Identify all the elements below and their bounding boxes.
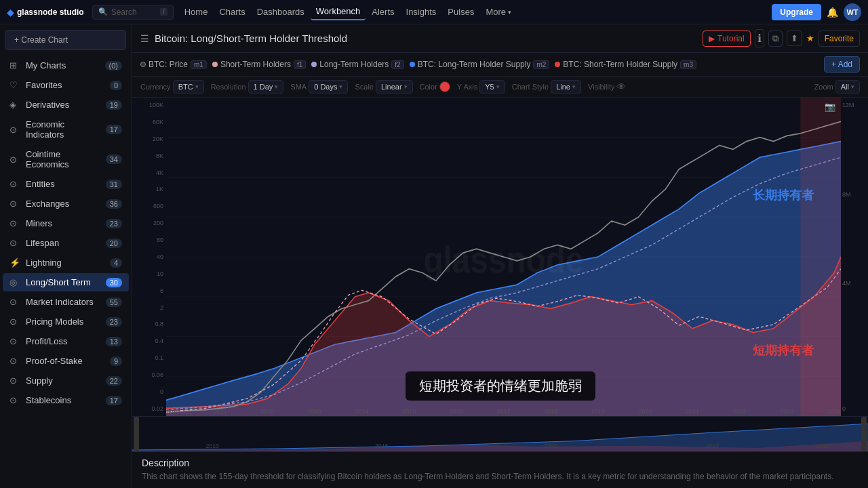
sidebar-item-pos[interactable]: ⊙ Proof-of-Stake 9 bbox=[3, 352, 129, 370]
sidebar-item-favorites[interactable]: ♡ Favorites 0 bbox=[3, 76, 129, 94]
tutorial-button[interactable]: ▶ Tutorial bbox=[703, 30, 751, 47]
avatar[interactable]: WT bbox=[844, 3, 861, 21]
sidebar-label-my-charts: My Charts bbox=[26, 60, 100, 70]
sidebar-item-market[interactable]: ⊙ Market Indicators 55 bbox=[3, 293, 129, 311]
derivatives-icon: ◈ bbox=[9, 100, 20, 110]
yaxis-label: Y Axis bbox=[457, 83, 477, 91]
nav-insights[interactable]: Insights bbox=[401, 4, 442, 20]
legend-item-long-holders[interactable]: Long-Term Holders f2 bbox=[311, 60, 403, 69]
sidebar-count-profitloss: 13 bbox=[106, 337, 122, 346]
notification-icon[interactable]: 🔔 bbox=[827, 7, 838, 18]
yaxis-r-spacer13: · bbox=[842, 369, 867, 376]
zoom-label: Zoom bbox=[814, 83, 833, 91]
sidebar-item-economic[interactable]: ⊙ Economic Indicators 17 bbox=[3, 115, 129, 144]
xaxis-2024: 2024 bbox=[827, 408, 841, 415]
sidebar-item-derivatives[interactable]: ◈ Derivatives 19 bbox=[3, 96, 129, 114]
sma-select[interactable]: 0 Days ▾ bbox=[309, 80, 348, 94]
sidebar-item-my-charts[interactable]: ⊞ My Charts (0) bbox=[3, 56, 129, 75]
yaxis-label-80: 80 bbox=[135, 237, 163, 243]
nav-alerts[interactable]: Alerts bbox=[366, 4, 399, 20]
yaxis-r-spacer1: · bbox=[842, 119, 867, 126]
nav-more[interactable]: More▾ bbox=[480, 4, 517, 20]
grid-icon: ⊞ bbox=[9, 60, 20, 70]
legend-item-short-holders[interactable]: Short-Term Holders f1 bbox=[212, 60, 306, 69]
legend-item-price[interactable]: BTC: Price m1 bbox=[140, 60, 207, 69]
mini-slider-left[interactable] bbox=[134, 417, 139, 451]
sidebar-count-cointime: 34 bbox=[106, 155, 122, 164]
yaxis-select[interactable]: Y5 ▾ bbox=[479, 80, 505, 94]
sidebar-item-supply[interactable]: ⊙ Supply 22 bbox=[3, 371, 129, 390]
add-button[interactable]: + Add bbox=[824, 56, 860, 73]
sidebar-item-cointime[interactable]: ⊙ Cointime Economics 34 bbox=[3, 145, 129, 174]
sidebar-item-longshort[interactable]: ◎ Long/Short Term 30 bbox=[3, 273, 129, 291]
yaxis-label-20k: 20K bbox=[135, 136, 163, 142]
sidebar-item-lightning[interactable]: ⚡ Lightning 4 bbox=[3, 253, 129, 272]
yaxis-r-4m: 4M bbox=[842, 280, 867, 287]
upgrade-button[interactable]: Upgrade bbox=[772, 4, 821, 20]
sidebar-label-lightning: Lightning bbox=[26, 258, 104, 268]
sidebar-label-market: Market Indicators bbox=[26, 297, 100, 307]
xaxis-2016: 2016 bbox=[450, 408, 463, 415]
logo[interactable]: ◆ glassnode studio bbox=[7, 7, 84, 18]
nav-pulses[interactable]: Pulses bbox=[442, 4, 479, 20]
star-icon: ★ bbox=[806, 33, 814, 43]
yaxis-label-002: 0.02 bbox=[135, 405, 163, 412]
yaxis-r-spacer11: · bbox=[842, 333, 867, 340]
stablecoins-icon: ⊙ bbox=[9, 395, 20, 405]
sidebar-item-exchanges[interactable]: ⊙ Exchanges 36 bbox=[3, 195, 129, 213]
price-tag: m1 bbox=[191, 60, 207, 69]
screenshot-icon[interactable]: 📷 bbox=[825, 102, 835, 112]
color-circle[interactable] bbox=[439, 81, 450, 92]
mini-slider-right[interactable] bbox=[861, 417, 867, 451]
legend-item-sth-supply[interactable]: BTC: Short-Term Holder Supply m3 bbox=[555, 60, 696, 69]
yaxis-r-spacer10: · bbox=[842, 316, 867, 323]
longshort-icon: ◎ bbox=[9, 277, 20, 287]
yaxis-label-006: 0.06 bbox=[135, 371, 163, 378]
scale-select[interactable]: Linear ▾ bbox=[376, 80, 413, 94]
nav-home[interactable]: Home bbox=[179, 4, 214, 20]
mini-chart[interactable]: 2010 2016 2020 2022 2024 bbox=[132, 416, 868, 451]
sidebar-toggle[interactable]: ☰ bbox=[140, 33, 149, 44]
sidebar-label-supply: Supply bbox=[26, 375, 100, 386]
sidebar-item-stablecoins[interactable]: ⊙ Stablecoins 17 bbox=[3, 391, 129, 409]
sidebar-item-pricing[interactable]: ⊙ Pricing Models 23 bbox=[3, 312, 129, 331]
share-button[interactable]: ⬆ bbox=[787, 30, 802, 46]
eye-icon[interactable]: 👁 bbox=[616, 81, 626, 92]
short-holders-dot bbox=[212, 62, 218, 67]
zoom-select[interactable]: All ▾ bbox=[835, 80, 860, 94]
lth-supply-tag: m2 bbox=[533, 60, 549, 69]
heart-icon: ♡ bbox=[9, 80, 20, 90]
style-select[interactable]: Line ▾ bbox=[551, 80, 581, 94]
sidebar-item-miners[interactable]: ⊙ Miners 23 bbox=[3, 214, 129, 232]
nav-dashboards[interactable]: Dashboards bbox=[252, 4, 310, 20]
legend-item-lth-supply[interactable]: BTC: Long-Term Holder Supply m2 bbox=[410, 60, 550, 69]
lth-supply-dot bbox=[410, 62, 415, 67]
sidebar-item-lifespan[interactable]: ⊙ Lifespan 20 bbox=[3, 234, 129, 252]
currency-select[interactable]: BTC ▾ bbox=[173, 80, 204, 94]
nav-charts[interactable]: Charts bbox=[214, 4, 250, 20]
sidebar-label-derivatives: Derivatives bbox=[26, 100, 100, 110]
svg-text:2022: 2022 bbox=[706, 443, 719, 449]
copy-button[interactable]: ⧉ bbox=[768, 30, 783, 47]
info-button[interactable]: ℹ bbox=[755, 29, 764, 47]
yaxis-r-spacer4: · bbox=[842, 173, 867, 180]
favorite-button[interactable]: Favorite bbox=[818, 30, 860, 47]
nav-workbench[interactable]: Workbench bbox=[311, 3, 366, 20]
chart-title: Bitcoin: Long/Short-Term Holder Threshol… bbox=[155, 33, 697, 44]
yaxis-r-spacer3: · bbox=[842, 155, 867, 162]
sidebar-label-lifespan: Lifespan bbox=[26, 238, 100, 248]
create-chart-button[interactable]: + Create Chart bbox=[5, 30, 126, 50]
search-box[interactable]: 🔍 Search / bbox=[92, 5, 174, 20]
xaxis-2017: 2017 bbox=[496, 408, 510, 415]
sidebar-item-profitloss[interactable]: ⊙ Profit/Loss 13 bbox=[3, 332, 129, 350]
resolution-select[interactable]: 1 Day ▾ bbox=[248, 80, 284, 94]
sidebar: + Create Chart ⊞ My Charts (0) ♡ Favorit… bbox=[0, 24, 132, 488]
sidebar-count-supply: 22 bbox=[106, 376, 122, 386]
exchanges-icon: ⊙ bbox=[9, 199, 20, 209]
currency-label: Currency bbox=[140, 83, 171, 91]
sidebar-count-market: 55 bbox=[106, 298, 122, 307]
yaxis-r-spacer7: · bbox=[842, 245, 867, 251]
chart-area[interactable]: glassnode 100K 60K 20K 8K 4K 1K 600 200 … bbox=[132, 98, 868, 451]
sidebar-item-entities[interactable]: ⊙ Entities 31 bbox=[3, 175, 129, 193]
yaxis-r-spacer6: · bbox=[842, 226, 867, 233]
